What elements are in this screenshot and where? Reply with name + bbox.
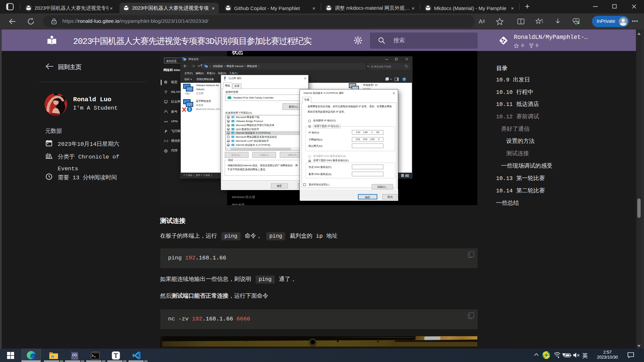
svg-text:A: A: [479, 18, 483, 25]
svg-text:?: ?: [404, 77, 405, 81]
